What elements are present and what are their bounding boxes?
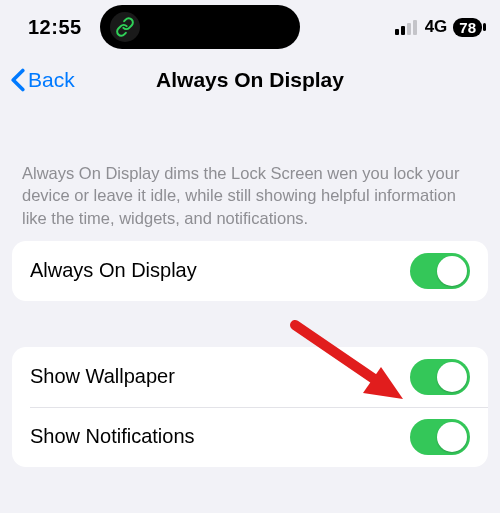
toggle-show-wallpaper[interactable] [410,359,470,395]
row-always-on-display[interactable]: Always On Display [12,241,488,301]
section-description: Always On Display dims the Lock Screen w… [22,162,478,229]
dynamic-island [100,5,300,49]
settings-group-options: Show Wallpaper Show Notifications [12,347,488,467]
page-title: Always On Display [0,68,500,92]
row-label: Show Notifications [30,425,195,448]
network-type: 4G [425,17,448,37]
back-label: Back [28,68,75,92]
toggle-always-on-display[interactable] [410,253,470,289]
status-bar: 12:55 4G 78 [0,0,500,54]
toggle-show-notifications[interactable] [410,419,470,455]
link-app-icon [110,12,140,42]
battery-indicator: 78 [453,18,482,37]
row-label: Show Wallpaper [30,365,175,388]
settings-group-main: Always On Display [12,241,488,301]
chevron-left-icon [10,68,26,92]
nav-bar: Back Always On Display [0,54,500,106]
status-right: 4G 78 [395,17,482,37]
signal-icon [395,20,417,35]
status-time: 12:55 [28,16,82,39]
row-show-notifications[interactable]: Show Notifications [12,407,488,467]
row-show-wallpaper[interactable]: Show Wallpaper [12,347,488,407]
row-label: Always On Display [30,259,197,282]
back-button[interactable]: Back [10,68,75,92]
